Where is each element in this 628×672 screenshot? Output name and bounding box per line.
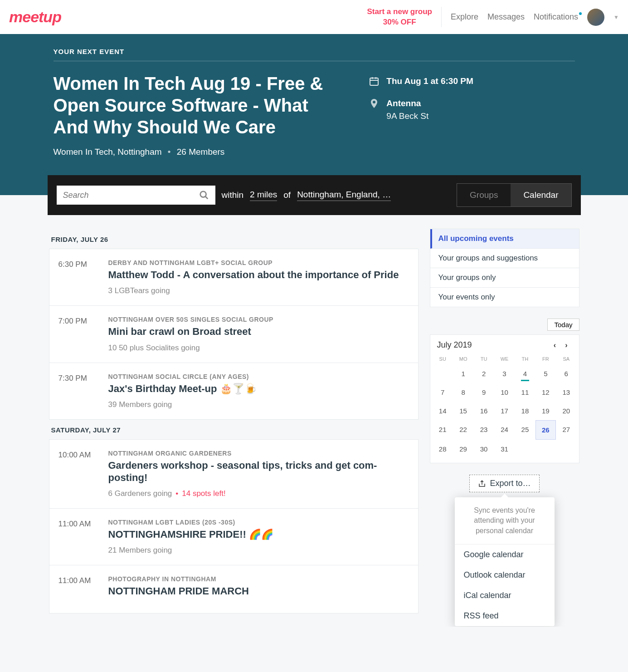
event-card[interactable]: 7:30 PMNOTTINGHAM SOCIAL CIRCLE (ANY AGE… <box>49 363 419 420</box>
calendar-day[interactable]: 2 <box>473 364 494 383</box>
calendar-day[interactable]: 25 <box>515 420 535 440</box>
event-title[interactable]: Women In Tech Aug 19 - Free & Open Sourc… <box>54 73 342 138</box>
search-distance[interactable]: 2 miles <box>250 190 277 201</box>
search-input-wrap[interactable] <box>57 186 215 205</box>
svg-point-1 <box>200 191 206 197</box>
search-input[interactable] <box>63 191 199 200</box>
filter-suggestions[interactable]: Your groups and suggestions <box>430 249 579 268</box>
calendar-day[interactable]: 31 <box>494 440 515 458</box>
calendar-day[interactable]: 9 <box>473 383 494 402</box>
calendar-day[interactable]: 20 <box>556 402 576 420</box>
event-card[interactable]: 10:00 AMNOTTINGHAM ORGANIC GARDENERSGard… <box>49 439 419 509</box>
export-option[interactable]: iCal calendar <box>455 585 555 606</box>
logo[interactable]: meetup <box>9 8 61 26</box>
filter-groups[interactable]: Your groups only <box>430 268 579 288</box>
calendar-day[interactable]: 22 <box>453 420 473 440</box>
export-option[interactable]: Outlook calendar <box>455 565 555 585</box>
event-card[interactable]: 11:00 AMPHOTOGRAPHY IN NOTTINGHAMNOTTING… <box>49 565 419 613</box>
event-card[interactable]: 7:00 PMNOTTINGHAM OVER 50S SINGLES SOCIA… <box>49 305 419 363</box>
event-time: 7:30 PM <box>58 373 99 409</box>
promo-link[interactable]: Start a new group 30% OFF <box>367 7 442 27</box>
chevron-down-icon[interactable]: ▼ <box>613 14 619 20</box>
calendar-day[interactable]: 1 <box>453 364 473 383</box>
event-group[interactable]: Women In Tech, Nottingham <box>54 147 162 157</box>
calendar-day[interactable]: 5 <box>536 364 556 383</box>
search-of-label: of <box>283 190 291 200</box>
export-button[interactable]: Export to… <box>469 475 539 492</box>
pin-icon <box>369 97 380 123</box>
topbar-right: Start a new group 30% OFF Explore Messag… <box>367 7 619 27</box>
calendar-day[interactable]: 26 <box>536 420 556 440</box>
calendar-day[interactable]: 14 <box>433 402 453 420</box>
calendar-day[interactable]: 8 <box>453 383 473 402</box>
calendar-day[interactable]: 3 <box>494 364 515 383</box>
promo-line2: 30% OFF <box>367 17 432 27</box>
calendar-day[interactable]: 21 <box>433 420 453 440</box>
calendar-day[interactable]: 28 <box>433 440 453 458</box>
calendar-dow-label: FR <box>536 356 556 362</box>
event-time: 7:00 PM <box>58 316 99 352</box>
search-location[interactable]: Nottingham, England, … <box>297 190 391 201</box>
calendar-prev-icon[interactable]: ‹ <box>549 341 560 349</box>
event-time: 6:30 PM <box>58 259 99 295</box>
toggle-calendar[interactable]: Calendar <box>511 184 571 206</box>
date-header: FRIDAY, JULY 26 <box>51 235 416 243</box>
event-subtitle: Women In Tech, Nottingham • 26 Members <box>54 147 342 157</box>
filter-events[interactable]: Your events only <box>430 288 579 307</box>
calendar-day[interactable]: 4 <box>515 364 535 383</box>
calendar-grid: 1234567891011121314151617181920212223242… <box>430 364 579 463</box>
calendar-day[interactable]: 16 <box>473 402 494 420</box>
export-icon <box>478 480 486 488</box>
event-datetime: Thu Aug 1 at 6:30 PM <box>386 75 473 88</box>
calendar-day[interactable]: 11 <box>515 383 535 402</box>
event-name: Jax's Birthday Meet-up 🎂🍸🍺 <box>108 383 409 395</box>
event-group-name: DERBY AND NOTTINGHAM LGBT+ SOCIAL GROUP <box>108 259 409 266</box>
calendar-day[interactable]: 23 <box>473 420 494 440</box>
calendar-month: July 2019 <box>437 340 549 350</box>
calendar-dow-label: TH <box>515 356 535 362</box>
calendar-empty <box>433 364 453 383</box>
promo-line1: Start a new group <box>367 7 432 17</box>
calendar-day[interactable]: 19 <box>536 402 556 420</box>
svg-rect-0 <box>370 78 378 85</box>
nav-notifications[interactable]: Notifications <box>534 12 578 22</box>
calendar-day[interactable]: 13 <box>556 383 576 402</box>
calendar-day[interactable]: 18 <box>515 402 535 420</box>
today-button[interactable]: Today <box>547 319 579 331</box>
topbar: meetup Start a new group 30% OFF Explore… <box>0 0 628 34</box>
avatar[interactable] <box>587 9 604 26</box>
event-card[interactable]: 6:30 PMDERBY AND NOTTINGHAM LGBT+ SOCIAL… <box>49 249 419 306</box>
export-option[interactable]: RSS feed <box>455 606 555 626</box>
export-button-label: Export to… <box>490 479 531 488</box>
event-list: FRIDAY, JULY 266:30 PMDERBY AND NOTTINGH… <box>49 229 419 613</box>
main: FRIDAY, JULY 266:30 PMDERBY AND NOTTINGH… <box>38 215 591 627</box>
export-wrap: Export to… Sync events you're attending … <box>430 475 579 492</box>
nav-explore[interactable]: Explore <box>451 12 478 22</box>
nav-messages[interactable]: Messages <box>487 12 525 22</box>
search-icon[interactable] <box>199 190 209 200</box>
calendar-day[interactable]: 29 <box>453 440 473 458</box>
calendar-day[interactable]: 6 <box>556 364 576 383</box>
calendar-day[interactable]: 15 <box>453 402 473 420</box>
event-venue: Antenna <box>386 97 428 110</box>
calendar-day[interactable]: 7 <box>433 383 453 402</box>
event-going: 6 Gardeners going•14 spots left! <box>108 489 409 498</box>
calendar-day[interactable]: 24 <box>494 420 515 440</box>
calendar-day[interactable]: 12 <box>536 383 556 402</box>
calendar-day[interactable]: 10 <box>494 383 515 402</box>
export-option[interactable]: Google calendar <box>455 544 555 565</box>
nav-notifications-label: Notifications <box>534 12 578 21</box>
filter-all[interactable]: All upcoming events <box>430 229 579 249</box>
calendar-day[interactable]: 30 <box>473 440 494 458</box>
event-card[interactable]: 11:00 AMNOTTINGHAM LGBT LADIES (20S -30S… <box>49 508 419 565</box>
calendar-dow-label: MO <box>453 356 473 362</box>
calendar-next-icon[interactable]: › <box>560 341 572 349</box>
calendar-icon <box>369 75 380 88</box>
calendar-dow-label: TU <box>473 356 494 362</box>
event-group-name: PHOTOGRAPHY IN NOTTINGHAM <box>108 575 409 583</box>
calendar-dow-label: WE <box>494 356 515 362</box>
toggle-groups[interactable]: Groups <box>457 184 511 206</box>
event-group-name: NOTTINGHAM SOCIAL CIRCLE (ANY AGES) <box>108 373 409 380</box>
calendar-day[interactable]: 27 <box>556 420 576 440</box>
calendar-day[interactable]: 17 <box>494 402 515 420</box>
